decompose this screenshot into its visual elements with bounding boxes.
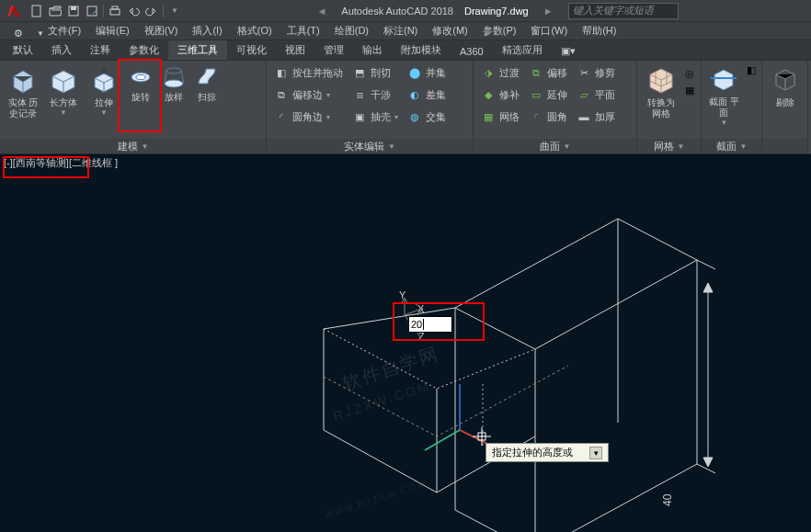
blend-icon: ⬗ (481, 65, 496, 80)
presspull-icon: ◧ (274, 65, 289, 80)
menu-dim[interactable]: 标注(N) (376, 22, 425, 40)
shell-button[interactable]: ▣抽壳▾ (348, 107, 402, 127)
cull-button[interactable]: 剔除 (766, 62, 804, 129)
gear-icon[interactable]: ⚙ (9, 24, 28, 42)
menu-window[interactable]: 窗口(W) (523, 22, 575, 40)
tab-featured[interactable]: 精选应用 (493, 40, 552, 60)
svg-rect-5 (112, 6, 118, 9)
patch-button[interactable]: ◆修补 (477, 85, 523, 105)
union-icon: ⬤ (407, 65, 422, 80)
network-button[interactable]: ▦网络 (477, 107, 523, 127)
panel-model-title[interactable]: 建模 (118, 140, 138, 153)
surfextend-button[interactable]: ▭延伸 (525, 85, 571, 105)
mesh-smooth-icon[interactable]: ◎ (682, 66, 697, 81)
sweep-button[interactable]: 扫掠 (191, 62, 223, 129)
doc-name: Drawing7.dwg (464, 6, 529, 17)
qat-saveas-icon[interactable] (83, 2, 101, 20)
union-button[interactable]: ⬤并集 (404, 62, 450, 83)
dimension-value: 40 (661, 494, 674, 506)
intersect-button[interactable]: ◍交集 (404, 107, 450, 127)
qat-new-icon[interactable] (28, 2, 46, 20)
qat-dropdown-icon[interactable]: ▼ (166, 2, 184, 20)
subtract-button[interactable]: ◐差集 (404, 85, 450, 105)
tab-output[interactable]: 输出 (353, 40, 392, 60)
revolve-button[interactable]: 旋转 (125, 62, 156, 129)
section-settings-icon[interactable]: ◧ (745, 62, 758, 77)
app-title: Autodesk AutoCAD 2018 (341, 6, 453, 17)
intersect-icon: ◍ (407, 109, 422, 124)
box-button[interactable]: 长方体 ▼ (44, 62, 83, 129)
surffillet-button[interactable]: ◜圆角 (525, 107, 571, 127)
surftrim-icon: ✂ (577, 65, 591, 80)
box-icon (48, 64, 79, 96)
menu-draw[interactable]: 绘图(D) (327, 22, 376, 40)
tab-annotate[interactable]: 注释 (81, 40, 120, 60)
svg-rect-2 (71, 6, 76, 10)
thicken-icon: ▬ (577, 109, 591, 124)
gear-dropdown-icon[interactable]: ▼ (29, 28, 51, 40)
planar-button[interactable]: ▱平面 (573, 85, 619, 105)
menu-view[interactable]: 视图(V) (137, 22, 186, 40)
qat-save-icon[interactable] (64, 2, 83, 20)
loft-icon (161, 64, 187, 90)
presspull-button[interactable]: ◧按住并拖动 (270, 62, 347, 83)
surfextend-icon: ▭ (529, 87, 543, 102)
offsetedge-button[interactable]: ⧉偏移边▾ (270, 85, 347, 105)
filletedge-button[interactable]: ◜圆角边▾ (270, 107, 347, 127)
ribbon-tabstrip: 默认 插入 注释 参数化 三维工具 可视化 视图 管理 输出 附加模块 A360… (0, 40, 811, 61)
surftrim-button[interactable]: ✂修剪 (573, 62, 619, 83)
tab-a360[interactable]: A360 (451, 43, 493, 60)
menu-help[interactable]: 帮助(H) (575, 22, 623, 40)
tab-insert[interactable]: 插入 (42, 40, 81, 60)
tab-overflow-icon[interactable]: ▣▾ (552, 42, 585, 60)
interfere-button[interactable]: ⧇干涉 (348, 85, 402, 105)
mesh-refine-icon[interactable]: ▦ (682, 83, 697, 97)
drawing-canvas[interactable]: [-][西南等轴测][二维线框 ] (0, 154, 811, 532)
title-left-icon: ◄ (316, 6, 326, 17)
menu-tools[interactable]: 工具(T) (280, 22, 327, 40)
tooltip-options-icon[interactable]: ▾ (589, 447, 602, 459)
command-tooltip: 指定拉伸的高度或 ▾ (485, 443, 609, 462)
menu-edit[interactable]: 编辑(E) (88, 22, 137, 40)
blend-button[interactable]: ⬗过渡 (477, 62, 523, 83)
extrude-button[interactable]: 拉伸 ▼ (85, 62, 123, 129)
menu-modify[interactable]: 修改(M) (425, 22, 475, 40)
tab-default[interactable]: 默认 (4, 40, 42, 60)
surfoffset-button[interactable]: ⧉偏移 (525, 62, 571, 83)
svg-rect-0 (32, 6, 40, 17)
panel-solidedit-title[interactable]: 实体编辑 (344, 140, 384, 153)
tab-manage[interactable]: 管理 (314, 40, 353, 60)
tab-3dtools[interactable]: 三维工具 (168, 40, 227, 60)
panel-surface-title[interactable]: 曲面 (540, 140, 560, 153)
panel-mesh-title[interactable]: 网格 (654, 140, 674, 153)
search-input[interactable]: 键入关键字或短语 (568, 3, 679, 19)
dynamic-input[interactable]: 20 (408, 316, 452, 333)
menu-param[interactable]: 参数(P) (475, 22, 524, 40)
surfoffset-icon: ⧉ (529, 65, 543, 80)
tab-visualize[interactable]: 可视化 (227, 40, 276, 60)
qat-redo-icon[interactable] (143, 2, 161, 20)
qat-plot-icon[interactable] (106, 2, 124, 20)
tab-parametric[interactable]: 参数化 (120, 40, 168, 60)
slice-button[interactable]: ⬒剖切 (348, 62, 402, 83)
section-plane-button[interactable]: 截面 平面 ▼ (705, 62, 743, 129)
menu-insert[interactable]: 插入(I) (185, 22, 229, 40)
svg-point-8 (166, 68, 181, 74)
thicken-button[interactable]: ▬加厚 (573, 107, 619, 127)
cull-icon (770, 64, 801, 96)
qat-open-icon[interactable] (46, 2, 64, 20)
app-logo[interactable] (4, 1, 24, 21)
menu-format[interactable]: 格式(O) (230, 22, 280, 40)
cube-history-icon (7, 64, 39, 96)
tab-addins[interactable]: 附加模块 (392, 40, 451, 60)
sweep-icon (194, 64, 220, 90)
convert-mesh-button[interactable]: 转换为 网格 (641, 62, 680, 129)
loft-button[interactable]: 放样 (158, 62, 189, 129)
qat-undo-icon[interactable] (124, 2, 143, 20)
subtract-icon: ◐ (407, 87, 422, 102)
tab-view[interactable]: 视图 (276, 40, 314, 60)
solid-history-button[interactable]: 实体 历史记录 (4, 62, 42, 129)
surffillet-icon: ◜ (529, 109, 543, 124)
network-icon: ▦ (481, 109, 496, 124)
panel-section-title[interactable]: 截面 (716, 140, 737, 153)
